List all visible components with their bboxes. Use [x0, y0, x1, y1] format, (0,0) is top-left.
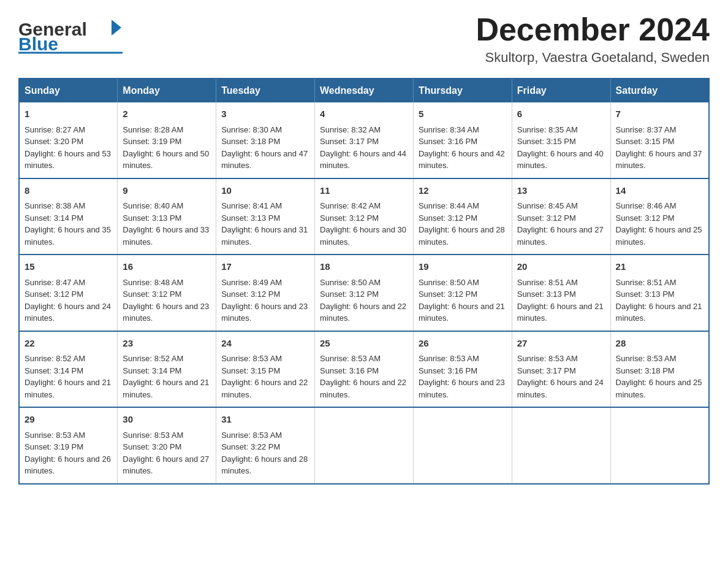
- day-number: 13: [517, 184, 605, 198]
- calendar-week-5: 29 Sunrise: 8:53 AM Sunset: 3:19 PM Dayl…: [19, 407, 709, 484]
- sunset-text: Sunset: 3:14 PM: [25, 366, 83, 375]
- daylight-text: Daylight: 6 hours and 35 minutes.: [25, 225, 111, 247]
- calendar-week-3: 15 Sunrise: 8:47 AM Sunset: 3:12 PM Dayl…: [19, 255, 709, 331]
- day-number: 15: [25, 260, 112, 274]
- daylight-text: Daylight: 6 hours and 21 minutes.: [419, 302, 505, 323]
- calendar-cell: 6 Sunrise: 8:35 AM Sunset: 3:15 PM Dayli…: [512, 102, 610, 178]
- day-number: 29: [25, 413, 112, 427]
- calendar-cell: 21 Sunrise: 8:51 AM Sunset: 3:13 PM Dayl…: [610, 255, 709, 331]
- day-number: 20: [517, 260, 605, 274]
- sunrise-text: Sunrise: 8:53 AM: [517, 354, 578, 363]
- day-number: 3: [221, 107, 309, 121]
- day-number: 18: [320, 260, 408, 274]
- day-number: 16: [123, 260, 211, 274]
- day-number: 12: [419, 184, 507, 198]
- month-title: December 2024: [476, 12, 710, 47]
- sunrise-text: Sunrise: 8:27 AM: [25, 125, 85, 134]
- sunrise-text: Sunrise: 8:47 AM: [25, 278, 85, 287]
- sunrise-text: Sunrise: 8:44 AM: [419, 201, 479, 210]
- sunset-text: Sunset: 3:19 PM: [123, 137, 181, 146]
- sunset-text: Sunset: 3:12 PM: [517, 213, 576, 223]
- day-number: 21: [616, 260, 703, 274]
- col-header-monday: Monday: [118, 79, 216, 102]
- daylight-text: Daylight: 6 hours and 50 minutes.: [123, 149, 209, 170]
- calendar-cell: 14 Sunrise: 8:46 AM Sunset: 3:12 PM Dayl…: [610, 178, 709, 255]
- sunrise-text: Sunrise: 8:37 AM: [616, 125, 677, 134]
- sunset-text: Sunset: 3:13 PM: [616, 289, 675, 299]
- calendar-cell: 22 Sunrise: 8:52 AM Sunset: 3:14 PM Dayl…: [19, 331, 118, 408]
- sunset-text: Sunset: 3:22 PM: [221, 442, 280, 451]
- sunset-text: Sunset: 3:12 PM: [419, 213, 477, 223]
- sunrise-text: Sunrise: 8:41 AM: [221, 201, 282, 210]
- daylight-text: Daylight: 6 hours and 24 minutes.: [25, 302, 111, 323]
- logo-svg: General Blue: [18, 12, 129, 55]
- sunset-text: Sunset: 3:20 PM: [25, 137, 83, 146]
- sunrise-text: Sunrise: 8:42 AM: [320, 201, 381, 210]
- sunset-text: Sunset: 3:20 PM: [123, 442, 181, 451]
- sunset-text: Sunset: 3:16 PM: [419, 137, 477, 146]
- sunset-text: Sunset: 3:18 PM: [221, 137, 280, 146]
- day-number: 23: [123, 337, 211, 351]
- sunrise-text: Sunrise: 8:53 AM: [419, 354, 479, 363]
- calendar-cell: 4 Sunrise: 8:32 AM Sunset: 3:17 PM Dayli…: [315, 102, 414, 178]
- sunrise-text: Sunrise: 8:51 AM: [517, 278, 578, 287]
- daylight-text: Daylight: 6 hours and 22 minutes.: [221, 378, 308, 399]
- day-number: 27: [517, 337, 605, 351]
- sunrise-text: Sunrise: 8:30 AM: [221, 125, 282, 134]
- calendar-cell: [610, 407, 709, 484]
- calendar-cell: 15 Sunrise: 8:47 AM Sunset: 3:12 PM Dayl…: [19, 255, 118, 331]
- sunrise-text: Sunrise: 8:28 AM: [123, 125, 183, 134]
- calendar-cell: 18 Sunrise: 8:50 AM Sunset: 3:12 PM Dayl…: [315, 255, 414, 331]
- calendar-cell: 2 Sunrise: 8:28 AM Sunset: 3:19 PM Dayli…: [118, 102, 216, 178]
- sunset-text: Sunset: 3:13 PM: [221, 213, 280, 223]
- calendar-table: Sunday Monday Tuesday Wednesday Thursday…: [18, 78, 710, 484]
- day-number: 11: [320, 184, 408, 198]
- day-number: 10: [221, 184, 309, 198]
- calendar-cell: 3 Sunrise: 8:30 AM Sunset: 3:18 PM Dayli…: [216, 102, 315, 178]
- daylight-text: Daylight: 6 hours and 28 minutes.: [221, 454, 308, 476]
- day-number: 6: [517, 107, 605, 121]
- sunrise-text: Sunrise: 8:46 AM: [616, 201, 677, 210]
- sunset-text: Sunset: 3:12 PM: [221, 289, 280, 299]
- calendar-cell: 20 Sunrise: 8:51 AM Sunset: 3:13 PM Dayl…: [512, 255, 610, 331]
- sunrise-text: Sunrise: 8:32 AM: [320, 125, 381, 134]
- sunrise-text: Sunrise: 8:53 AM: [616, 354, 677, 363]
- calendar-cell: 26 Sunrise: 8:53 AM Sunset: 3:16 PM Dayl…: [413, 331, 512, 408]
- sunset-text: Sunset: 3:14 PM: [123, 366, 181, 375]
- sunset-text: Sunset: 3:15 PM: [221, 366, 280, 375]
- daylight-text: Daylight: 6 hours and 33 minutes.: [123, 225, 209, 247]
- calendar-cell: 30 Sunrise: 8:53 AM Sunset: 3:20 PM Dayl…: [118, 407, 216, 484]
- sunset-text: Sunset: 3:12 PM: [123, 289, 181, 299]
- sunset-text: Sunset: 3:12 PM: [320, 213, 379, 223]
- col-header-saturday: Saturday: [610, 79, 709, 102]
- daylight-text: Daylight: 6 hours and 21 minutes.: [25, 378, 111, 399]
- day-number: 17: [221, 260, 309, 274]
- day-number: 24: [221, 337, 309, 351]
- daylight-text: Daylight: 6 hours and 25 minutes.: [616, 225, 702, 247]
- svg-text:Blue: Blue: [18, 34, 58, 54]
- calendar-cell: 17 Sunrise: 8:49 AM Sunset: 3:12 PM Dayl…: [216, 255, 315, 331]
- sunrise-text: Sunrise: 8:52 AM: [25, 354, 85, 363]
- calendar-cell: 19 Sunrise: 8:50 AM Sunset: 3:12 PM Dayl…: [413, 255, 512, 331]
- sunset-text: Sunset: 3:16 PM: [320, 366, 379, 375]
- daylight-text: Daylight: 6 hours and 23 minutes.: [419, 378, 505, 399]
- daylight-text: Daylight: 6 hours and 24 minutes.: [517, 378, 604, 399]
- calendar-cell: 31 Sunrise: 8:53 AM Sunset: 3:22 PM Dayl…: [216, 407, 315, 484]
- day-number: 28: [616, 337, 703, 351]
- sunset-text: Sunset: 3:12 PM: [320, 289, 379, 299]
- calendar-header-row: Sunday Monday Tuesday Wednesday Thursday…: [19, 79, 709, 102]
- day-number: 4: [320, 107, 408, 121]
- title-section: December 2024 Skultorp, Vaestra Goetalan…: [476, 12, 710, 66]
- calendar-week-2: 8 Sunrise: 8:38 AM Sunset: 3:14 PM Dayli…: [19, 178, 709, 255]
- sunset-text: Sunset: 3:16 PM: [419, 366, 477, 375]
- day-number: 31: [221, 413, 309, 427]
- sunrise-text: Sunrise: 8:38 AM: [25, 201, 85, 210]
- col-header-tuesday: Tuesday: [216, 79, 315, 102]
- logo: General Blue: [18, 12, 129, 55]
- sunrise-text: Sunrise: 8:50 AM: [320, 278, 381, 287]
- col-header-thursday: Thursday: [413, 79, 512, 102]
- calendar-cell: 13 Sunrise: 8:45 AM Sunset: 3:12 PM Dayl…: [512, 178, 610, 255]
- col-header-wednesday: Wednesday: [315, 79, 414, 102]
- sunset-text: Sunset: 3:17 PM: [320, 137, 379, 146]
- sunrise-text: Sunrise: 8:53 AM: [320, 354, 381, 363]
